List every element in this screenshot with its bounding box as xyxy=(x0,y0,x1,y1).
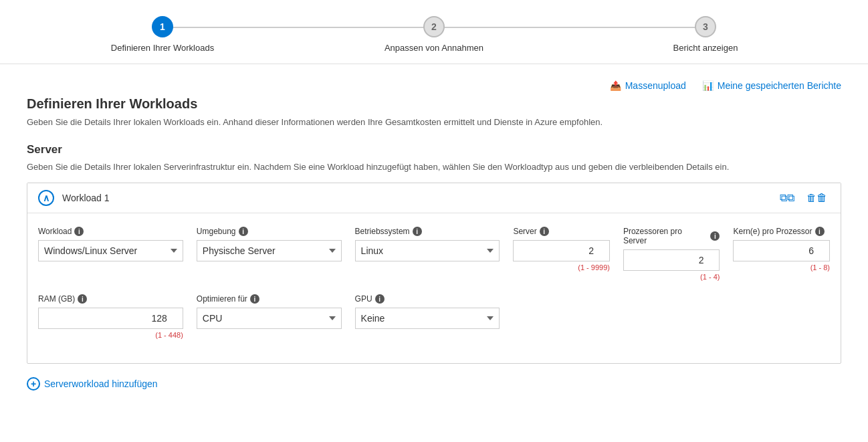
massenupload-label: Massenupload xyxy=(625,80,686,91)
betriebssystem-info-icon[interactable]: i xyxy=(413,227,422,236)
gpu-label: GPU i xyxy=(355,294,500,304)
add-workload-button[interactable]: + Serverworkload hinzufügen xyxy=(27,374,158,393)
optimieren-label: Optimieren für i xyxy=(197,294,342,304)
ram-info-icon[interactable]: i xyxy=(78,294,87,304)
stepper: 1 Definieren Ihrer Workloads 2 Anpassen … xyxy=(0,0,868,64)
server-range: (1 - 9999) xyxy=(513,263,610,271)
workload-field: Workload i Windows/Linux Server SQL Serv… xyxy=(38,227,183,261)
main-content: Definieren Ihrer Workloads Geben Sie die… xyxy=(0,96,868,420)
page-desc: Geben Sie die Details Ihrer lokalen Work… xyxy=(27,117,841,127)
gpu-select[interactable]: Keine NVIDIA Tesla T4 AMD Radeon xyxy=(355,308,500,329)
top-actions: Massenupload Meine gespeicherten Bericht… xyxy=(0,75,868,96)
chevron-up-icon xyxy=(43,193,49,203)
optimieren-field: Optimieren für i CPU RAM Kosten xyxy=(197,294,342,329)
saved-reports-label: Meine gespeicherten Berichte xyxy=(718,80,841,91)
massenupload-link[interactable]: Massenupload xyxy=(610,80,686,91)
betriebssystem-select[interactable]: Linux Windows Windows Server xyxy=(355,240,500,261)
collapse-button[interactable] xyxy=(38,190,54,206)
ram-input[interactable] xyxy=(38,308,183,329)
workload-label: Workload i xyxy=(38,227,183,236)
ram-label: RAM (GB) i xyxy=(38,294,183,304)
prozessoren-info-icon[interactable]: i xyxy=(710,231,720,241)
optimieren-info-icon[interactable]: i xyxy=(250,294,259,304)
step-1-label: Definieren Ihrer Workloads xyxy=(111,43,214,53)
kerne-field: Kern(e) pro Prozessor i (1 - 8) xyxy=(733,227,830,271)
page-title: Definieren Ihrer Workloads xyxy=(27,96,841,112)
step-2: 2 Anpassen von Annahmen xyxy=(298,16,570,53)
section-title: Server xyxy=(27,143,841,156)
form-row-1: Workload i Windows/Linux Server SQL Serv… xyxy=(38,227,830,281)
workload-header: Workload 1 ⧉ 🗑 xyxy=(27,183,841,213)
kerne-input[interactable] xyxy=(733,240,830,261)
workload-select[interactable]: Windows/Linux Server SQL Server SAP xyxy=(38,240,183,261)
server-field: Server i (1 - 9999) xyxy=(513,227,610,271)
umgebung-label: Umgebung i xyxy=(197,227,342,236)
server-input[interactable] xyxy=(513,240,610,261)
add-workload-label: Serverworkload hinzufügen xyxy=(44,378,158,389)
umgebung-field: Umgebung i Physische Server Virtuelle Ma… xyxy=(197,227,342,261)
betriebssystem-label: Betriebssystem i xyxy=(355,227,500,236)
umgebung-info-icon[interactable]: i xyxy=(239,227,248,236)
copy-button[interactable]: ⧉ xyxy=(777,191,797,205)
step-2-circle: 2 xyxy=(423,16,445,37)
workload-card: Workload 1 ⧉ 🗑 Workload i xyxy=(27,183,841,364)
prozessoren-range: (1 - 4) xyxy=(623,273,720,281)
gpu-field: GPU i Keine NVIDIA Tesla T4 AMD Radeon xyxy=(355,294,500,329)
trash-icon: 🗑 xyxy=(806,192,827,204)
step-3: 3 Bericht anzeigen xyxy=(570,16,841,53)
kerne-info-icon[interactable]: i xyxy=(815,227,825,236)
gpu-info-icon[interactable]: i xyxy=(375,294,385,304)
copy-icon: ⧉ xyxy=(780,192,794,204)
workload-info-icon[interactable]: i xyxy=(74,227,84,236)
umgebung-select[interactable]: Physische Server Virtuelle Maschinen xyxy=(197,240,342,261)
prozessoren-input[interactable] xyxy=(623,249,720,271)
chart-icon xyxy=(702,80,714,91)
workload-title: Workload 1 xyxy=(62,193,769,203)
upload-icon xyxy=(610,80,621,91)
header-icons: ⧉ 🗑 xyxy=(777,191,830,205)
server-info-icon[interactable]: i xyxy=(540,227,549,236)
step-1-line xyxy=(162,27,434,28)
workload-body: Workload i Windows/Linux Server SQL Serv… xyxy=(27,213,841,363)
kerne-range: (1 - 8) xyxy=(733,263,830,271)
step-3-circle: 3 xyxy=(695,16,716,37)
prozessoren-field: Prozessoren pro Server i (1 - 4) xyxy=(623,227,720,281)
prozessoren-label: Prozessoren pro Server i xyxy=(623,227,720,245)
saved-reports-link[interactable]: Meine gespeicherten Berichte xyxy=(702,80,841,91)
betriebssystem-field: Betriebssystem i Linux Windows Windows S… xyxy=(355,227,500,261)
server-label: Server i xyxy=(513,227,610,236)
step-3-label: Bericht anzeigen xyxy=(673,43,738,53)
add-circle-icon: + xyxy=(27,377,40,391)
optimieren-select[interactable]: CPU RAM Kosten xyxy=(197,308,342,329)
header-divider xyxy=(0,64,868,64)
step-2-line xyxy=(434,27,706,28)
delete-button[interactable]: 🗑 xyxy=(804,191,830,205)
ram-range: (1 - 448) xyxy=(38,331,183,339)
step-2-label: Anpassen von Annahmen xyxy=(385,43,483,53)
section-desc: Geben Sie die Details Ihrer lokalen Serv… xyxy=(27,162,841,172)
form-row-2: RAM (GB) i (1 - 448) Optimieren für i CP… xyxy=(38,294,830,339)
ram-field: RAM (GB) i (1 - 448) xyxy=(38,294,183,339)
kerne-label: Kern(e) pro Prozessor i xyxy=(733,227,830,236)
step-1: 1 Definieren Ihrer Workloads xyxy=(27,16,298,53)
step-1-circle: 1 xyxy=(152,16,173,37)
